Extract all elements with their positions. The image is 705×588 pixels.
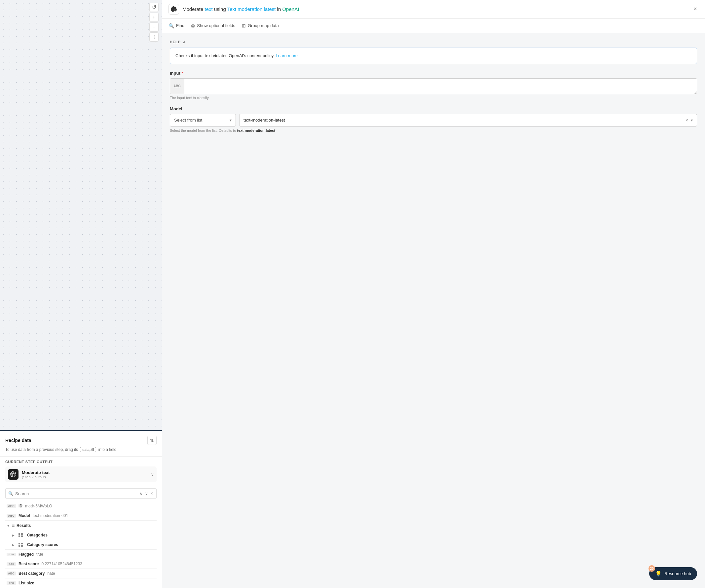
model-field-label: Model — [170, 106, 697, 111]
input-help-text: The input text to classify. — [170, 96, 697, 100]
type-badge-flagged: 0.00 — [7, 553, 16, 556]
group-map-icon: ⊞ — [242, 23, 246, 29]
recipe-title: Recipe data — [5, 438, 31, 443]
step-output: (Step 2 output) — [22, 475, 148, 479]
current-step-label: Current step output — [5, 460, 156, 464]
search-input[interactable] — [15, 491, 137, 496]
canvas-controls: ↺ + − ⊹ — [149, 0, 158, 44]
list-item[interactable]: 123 List size — [5, 578, 156, 588]
right-panel: Moderate text using Text moderation late… — [162, 0, 705, 588]
list-item[interactable]: 0.00 Best score 0.22714105248451233 — [5, 559, 156, 569]
results-expand-icon: ▼ — [7, 524, 10, 528]
find-icon: 🔍 — [169, 23, 174, 29]
search-nav: ∧ ∨ × — [139, 491, 154, 496]
model-row: Select from list ▾ text-moderation-lates… — [170, 114, 697, 127]
modal-title: Moderate text using Text moderation late… — [182, 6, 299, 12]
data-key-model: Model — [18, 513, 30, 518]
data-value-bestscore: 0.22714105248451233 — [41, 561, 82, 566]
input-field-group: Input * ABC The input text to classify. — [170, 71, 697, 100]
required-star: * — [182, 71, 183, 76]
group-map-data-button[interactable]: ⊞ Group map data — [242, 22, 279, 30]
model-value-box[interactable]: text-moderation-latest × ▾ — [239, 114, 697, 127]
step-openai-icon — [8, 469, 18, 480]
type-badge-id: ABC — [7, 504, 16, 508]
type-indicator-abc: ABC — [170, 79, 184, 94]
modal-header: Moderate text using Text moderation late… — [162, 0, 705, 18]
datapill-badge: datapill — [80, 447, 96, 452]
results-label: Results — [16, 523, 31, 528]
type-badge-bestcat: ABC — [7, 572, 16, 576]
search-next-button[interactable]: ∨ — [144, 491, 149, 496]
close-button[interactable]: × — [692, 4, 698, 14]
list-item[interactable]: 0.00 Flagged true — [5, 550, 156, 559]
modal-content: HELP ∧ Checks if input text violates Ope… — [162, 33, 705, 588]
canvas-area: ↺ + − ⊹ Recipe data ⇅ To use data from a… — [0, 0, 162, 588]
find-button[interactable]: 🔍 Find — [169, 22, 184, 30]
catscores-grid-icon — [18, 543, 23, 547]
select-dropdown-text: Select from list — [174, 117, 202, 122]
model-value-actions: × ▾ — [686, 117, 693, 123]
data-value-flagged: true — [36, 552, 43, 556]
modal-title-area: Moderate text using Text moderation late… — [169, 4, 299, 14]
zoom-in-button[interactable]: + — [149, 12, 158, 22]
results-grid-icon: ≡ — [12, 523, 14, 528]
catscores-label: Category scores — [27, 542, 58, 547]
catscores-expand-icon: ▶ — [12, 543, 14, 547]
data-key-flagged: Flagged — [18, 552, 34, 556]
show-optional-fields-button[interactable]: ◎ Show optional fields — [191, 22, 235, 30]
select-from-list-dropdown[interactable]: Select from list ▾ — [170, 114, 236, 127]
search-bar: 🔍 ∧ ∨ × — [5, 488, 156, 499]
list-item[interactable]: ABC Best category hate — [5, 569, 156, 578]
learn-more-link[interactable]: Learn more — [276, 53, 298, 58]
help-label: HELP — [170, 40, 181, 44]
data-list: ABC ID modr-5MWoLO ABC Model text-modera… — [0, 501, 162, 588]
data-key-listsize: List size — [18, 581, 34, 585]
input-textarea[interactable] — [184, 79, 697, 94]
help-box: Checks if input text violates OpenAI's c… — [170, 48, 697, 64]
search-section: 🔍 ∧ ∨ × — [0, 486, 162, 501]
model-field-group: Model Select from list ▾ text-moderation… — [170, 106, 697, 133]
resource-hub-button[interactable]: 20 💡 Resource hub — [649, 567, 697, 580]
data-value-model: text-moderation-001 — [33, 513, 68, 518]
recipe-header: Recipe data ⇅ — [0, 431, 162, 447]
help-toggle-icon: ∧ — [183, 40, 186, 44]
search-clear-button[interactable]: × — [150, 491, 154, 496]
data-value-id: modr-5MWoLO — [25, 504, 52, 508]
zoom-out-button[interactable]: − — [149, 22, 158, 32]
categories-expand-icon: ▶ — [12, 534, 14, 537]
type-badge-listsize: 123 — [7, 581, 16, 585]
move-button[interactable]: ⊹ — [149, 32, 158, 42]
step-info: Moderate text (Step 2 output) — [22, 470, 148, 479]
help-toggle[interactable]: HELP ∧ — [170, 40, 697, 44]
categories-grid-icon — [18, 533, 23, 537]
data-value-bestcat: hate — [47, 571, 55, 576]
list-item[interactable]: ▶ Category scores — [5, 540, 156, 550]
step-chevron-icon: ∨ — [151, 472, 154, 477]
step-item[interactable]: Moderate text (Step 2 output) ∨ — [5, 467, 156, 482]
search-prev-button[interactable]: ∧ — [139, 491, 143, 496]
data-key-bestcat: Best category — [18, 571, 45, 576]
type-badge-model: ABC — [7, 514, 16, 518]
recipe-subtitle: To use data from a previous step, drag i… — [0, 447, 162, 456]
data-key-id: ID — [18, 504, 22, 508]
model-dropdown-arrow-icon: ▾ — [691, 118, 693, 122]
help-section: HELP ∧ Checks if input text violates Ope… — [170, 40, 697, 64]
categories-label: Categories — [27, 533, 48, 537]
list-item[interactable]: ABC Model text-moderation-001 — [5, 511, 156, 521]
list-item[interactable]: ABC ID modr-5MWoLO — [5, 501, 156, 511]
step-name: Moderate text — [22, 470, 148, 475]
openai-logo — [169, 4, 179, 14]
select-dropdown-arrow-icon: ▾ — [230, 118, 232, 122]
type-badge-bestscore: 0.00 — [7, 562, 16, 566]
recipe-sort-button[interactable]: ⇅ — [147, 436, 156, 445]
undo-button[interactable]: ↺ — [149, 3, 158, 12]
results-section-header[interactable]: ▼ ≡ Results — [5, 521, 156, 531]
search-icon: 🔍 — [8, 491, 13, 496]
input-with-type: ABC — [170, 78, 697, 94]
resource-hub-badge: 20 — [649, 565, 655, 572]
list-item[interactable]: ▶ Categories — [5, 531, 156, 540]
optional-fields-icon: ◎ — [191, 23, 195, 29]
model-clear-button[interactable]: × — [686, 117, 688, 123]
model-description: Select the model from the list. Defaults… — [170, 129, 697, 133]
data-key-bestscore: Best score — [18, 561, 39, 566]
